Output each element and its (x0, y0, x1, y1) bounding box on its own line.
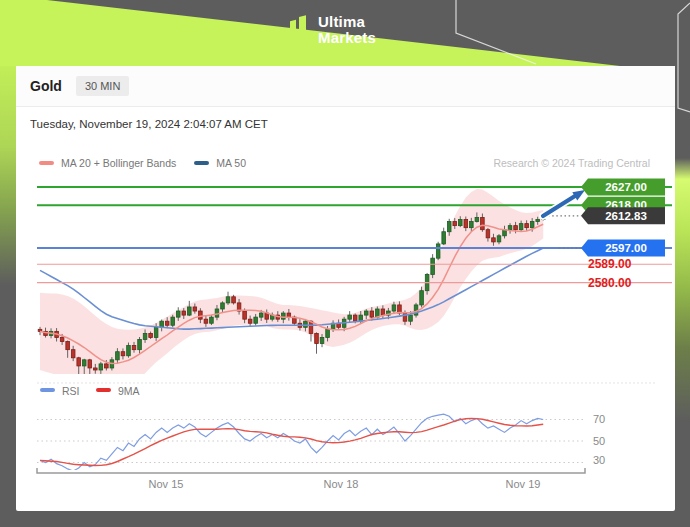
legend-ma20-bollinger: MA 20 + Bollinger Bands (39, 157, 176, 169)
decorative-outline-right (678, 3, 690, 112)
rsi-ma-legend-label: 9MA (118, 385, 140, 397)
rsi-tick-50: 50 (593, 435, 605, 447)
main-chart-layer (38, 189, 545, 400)
brand-text: Ultima Markets (318, 14, 376, 46)
ma50-legend-swatch (194, 161, 209, 165)
rsi-legend-label: RSI (62, 385, 80, 397)
title-row: Gold 30 MIN (16, 66, 675, 107)
report-card: Gold 30 MIN Tuesday, November 19, 2024 2… (16, 66, 675, 511)
resistance2-badge: 2627.00 (581, 179, 665, 196)
brand-logo: Ultima Markets (287, 10, 376, 50)
rsi-ma-legend-swatch (96, 388, 111, 392)
legend-ma50: MA 50 (194, 157, 246, 169)
ma20-legend-swatch (39, 161, 54, 165)
pivot-value: 2597.00 (605, 242, 647, 254)
rsi-legend: RSI 9MA (40, 385, 140, 397)
support1-value: 2589.00 (588, 257, 632, 271)
rsi-tick-70: 70 (593, 413, 605, 425)
last-price-badge: 2612.83 (581, 207, 665, 224)
ma50-legend-label: MA 50 (216, 157, 246, 169)
x-label-nov18: Nov 18 (324, 478, 359, 490)
main-chart-legend: MA 20 + Bollinger Bands MA 50 Research ©… (16, 152, 675, 174)
x-axis-line (37, 468, 585, 473)
ultima-markets-icon (287, 10, 309, 50)
rsi-legend-swatch (40, 388, 55, 392)
x-label-nov19: Nov 19 (506, 478, 541, 490)
last-price-value: 2612.83 (605, 210, 647, 222)
research-credit: Research © 2024 Trading Central (493, 157, 650, 169)
rsi-tick-30: 30 (593, 454, 605, 466)
brand-line2: Markets (318, 30, 376, 46)
breakout-arrow (543, 190, 585, 216)
report-datetime: Tuesday, November 19, 2024 2:04:07 AM CE… (16, 107, 675, 136)
ma20-legend-label: MA 20 + Bollinger Bands (61, 157, 176, 169)
resistance2-value: 2627.00 (605, 181, 647, 193)
brand-line1: Ultima (318, 14, 376, 30)
price-chart-canvas: 2627.00 2618.00 2612.83 2597.00 2589.00 … (16, 172, 675, 511)
timeframe-badge: 30 MIN (76, 76, 129, 96)
instrument-title: Gold (30, 78, 62, 94)
support2-value: 2580.00 (588, 276, 632, 290)
pivot-badge: 2597.00 (581, 240, 665, 257)
x-label-nov15: Nov 15 (149, 478, 184, 490)
